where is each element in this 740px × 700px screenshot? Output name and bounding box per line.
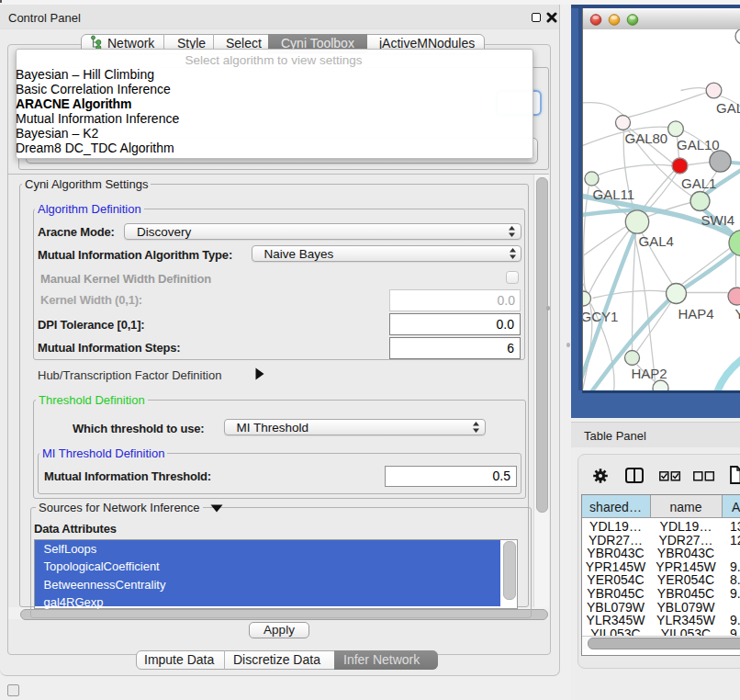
svg-text:HAP4: HAP4	[678, 305, 713, 321]
svg-text:GAL11: GAL11	[592, 186, 634, 202]
svg-text:SWI4: SWI4	[701, 211, 734, 227]
svg-text:GAL1: GAL1	[681, 175, 716, 190]
svg-text:GAL7: GAL7	[716, 99, 740, 115]
svg-text:GAL80: GAL80	[624, 130, 667, 145]
svg-text:GAL4: GAL4	[638, 233, 673, 249]
svg-text:YDR: YDR	[734, 305, 740, 321]
svg-text:GCY1: GCY1	[582, 308, 618, 323]
svg-text:GAL10: GAL10	[677, 137, 720, 152]
svg-text:HAP2: HAP2	[631, 366, 667, 381]
